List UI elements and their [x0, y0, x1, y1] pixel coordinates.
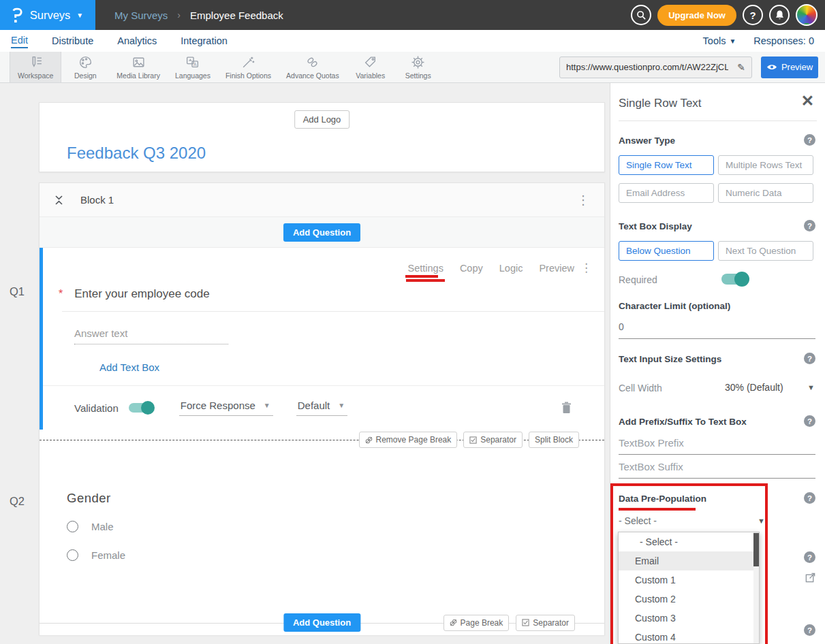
answer-type-email[interactable]: Email Address [619, 183, 714, 203]
survey-url-input[interactable] [560, 62, 731, 72]
character-limit-input[interactable]: 0 [619, 321, 815, 339]
answer-type-single-row[interactable]: Single Row Text [619, 155, 714, 175]
upgrade-now-button[interactable]: Upgrade Now [657, 5, 736, 26]
toolbar-item-variables[interactable]: Variables [347, 52, 394, 82]
display-below-question[interactable]: Below Question [619, 241, 714, 261]
radio-icon[interactable] [67, 549, 78, 561]
toolbar-item-design[interactable]: Design [61, 52, 109, 82]
tools-menu[interactable]: Tools▼ [703, 35, 736, 46]
eye-icon [766, 63, 777, 71]
dropdown-option-select[interactable]: - Select - [619, 532, 759, 551]
add-question-button-bottom[interactable]: Add Question [283, 613, 360, 632]
page-break-button[interactable]: Page Break [443, 615, 510, 631]
add-text-box-link[interactable]: Add Text Box [99, 361, 159, 373]
delete-question-icon[interactable] [561, 402, 572, 414]
text-input-size-help-icon[interactable]: ? [804, 353, 815, 364]
textbox-suffix-input[interactable]: TextBox Suffix [619, 461, 815, 479]
tab-integration[interactable]: Integration [181, 34, 228, 48]
toolbar-item-advance-quotas[interactable]: Advance Quotas [279, 52, 347, 82]
toolbar-item-settings[interactable]: Settings [394, 52, 442, 82]
character-limit-label: Character Limit (optional) [619, 301, 730, 311]
add-question-strip: Add Question [40, 217, 604, 248]
separator-label: Separator [480, 435, 516, 445]
question-2-text[interactable]: Gender [67, 491, 111, 506]
block-bottom-row: Add Question Page Break Separator [40, 610, 604, 635]
survey-canvas: Q1 Q2 Add Logo Feedback Q3 2020 Block 1 … [0, 83, 610, 644]
default-select[interactable]: Default ▼ [296, 400, 347, 416]
validation-toggle[interactable] [129, 403, 153, 413]
radio-option-female[interactable]: Female [67, 549, 125, 561]
q-tab-settings[interactable]: Settings [407, 263, 443, 274]
preview-button[interactable]: Preview [761, 57, 818, 78]
question-1-text[interactable]: Enter your employee code [74, 287, 209, 301]
dropdown-option-custom4[interactable]: Custom 4 [619, 628, 759, 644]
toolbar-item-languages[interactable]: A Languages [168, 52, 218, 82]
answer-type-numeric[interactable]: Numeric Data [718, 183, 813, 203]
prefix-suffix-label: Add Prefix/Suffix To Text Box [619, 417, 747, 427]
required-toggle[interactable] [721, 274, 749, 285]
display-next-to-question[interactable]: Next To Question [718, 241, 813, 261]
separator-button-mid[interactable]: Separator [463, 432, 523, 448]
dropdown-option-custom1[interactable]: Custom 1 [619, 570, 759, 590]
answer-text-field[interactable]: Answer text [74, 327, 228, 344]
radio-option-male[interactable]: Male [67, 521, 114, 532]
separator-label: Separator [533, 618, 569, 628]
search-button[interactable] [631, 5, 651, 25]
magic-wand-icon [241, 55, 255, 69]
split-block-button[interactable]: Split Block [529, 432, 579, 448]
q-tab-preview[interactable]: Preview [539, 263, 574, 274]
toolbar-item-finish-options[interactable]: Finish Options [218, 52, 279, 82]
breadcrumb-my-surveys[interactable]: My Surveys [114, 10, 168, 21]
add-question-button-top[interactable]: Add Question [283, 223, 360, 242]
textbox-prefix-input[interactable]: TextBox Prefix [619, 437, 815, 455]
external-link-icon[interactable] [805, 572, 816, 583]
dropdown-option-custom3[interactable]: Custom 3 [619, 609, 759, 628]
radio-icon[interactable] [67, 521, 78, 532]
cell-width-value[interactable]: 30% (Default) [725, 382, 783, 393]
data-prepopulation-help-icon[interactable]: ? [804, 492, 815, 504]
close-panel-icon[interactable]: ✕ [801, 93, 814, 109]
question-menu-icon[interactable]: ⋮ [580, 261, 592, 275]
text-box-display-help-icon[interactable]: ? [804, 220, 815, 231]
cell-width-caret-icon[interactable]: ▼ [807, 383, 815, 391]
block-menu-icon[interactable]: ⋮ [577, 194, 589, 206]
survey-title[interactable]: Feedback Q3 2020 [67, 144, 206, 163]
remove-page-break-button[interactable]: Remove Page Break [359, 432, 458, 448]
question-1-text-row[interactable]: * Enter your employee code [59, 287, 210, 301]
tab-distribute[interactable]: Distribute [52, 34, 93, 48]
edit-url-icon[interactable]: ✎ [731, 62, 751, 73]
block-title: Block 1 [80, 194, 114, 206]
gear-icon [411, 55, 425, 69]
separator-button-bottom[interactable]: Separator [516, 615, 575, 631]
toolbar-item-media-library[interactable]: Media Library [109, 52, 168, 82]
q-tab-logic[interactable]: Logic [499, 263, 523, 274]
dropdown-option-custom2[interactable]: Custom 2 [619, 590, 759, 609]
dropdown-scrollbar-thumb[interactable] [753, 533, 759, 566]
answer-type-help-icon[interactable]: ? [804, 134, 815, 146]
question-action-tabs: Settings Copy Logic Preview [407, 263, 574, 274]
text-input-size-label: Text Input Size Settings [619, 354, 721, 364]
add-logo-button[interactable]: Add Logo [294, 110, 350, 129]
tab-analytics[interactable]: Analytics [117, 34, 157, 48]
hidden-section-help-icon[interactable]: ? [804, 551, 815, 563]
tools-label: Tools [703, 35, 726, 46]
notifications-button[interactable] [769, 5, 790, 25]
prefix-suffix-help-icon[interactable]: ? [804, 415, 815, 427]
svg-text:A: A [193, 61, 197, 66]
prepop-dropdown-list: - Select - Email Custom 1 Custom 2 Custo… [618, 532, 760, 644]
force-response-select[interactable]: Force Response ▼ [179, 400, 273, 416]
dropdown-option-email[interactable]: Email [619, 551, 759, 570]
design-palette-icon [78, 55, 93, 69]
help-button[interactable]: ? [743, 5, 763, 25]
bell-icon [775, 10, 785, 20]
hidden-section-help-icon-2[interactable]: ? [804, 624, 815, 636]
toolbar-item-workspace[interactable]: Workspace [10, 52, 61, 82]
tab-edit[interactable]: Edit [11, 33, 28, 48]
product-switcher[interactable]: Surveys ▼ [0, 0, 95, 30]
answer-type-multiple-rows[interactable]: Multiple Rows Text [718, 155, 813, 175]
data-prepopulation-select[interactable]: - Select - ▼ [619, 515, 765, 526]
navtabs-right: Tools▼ Responses: 0 [703, 35, 814, 46]
collapse-block-icon[interactable] [54, 195, 64, 206]
user-avatar[interactable] [796, 4, 818, 26]
q-tab-copy[interactable]: Copy [460, 263, 483, 274]
